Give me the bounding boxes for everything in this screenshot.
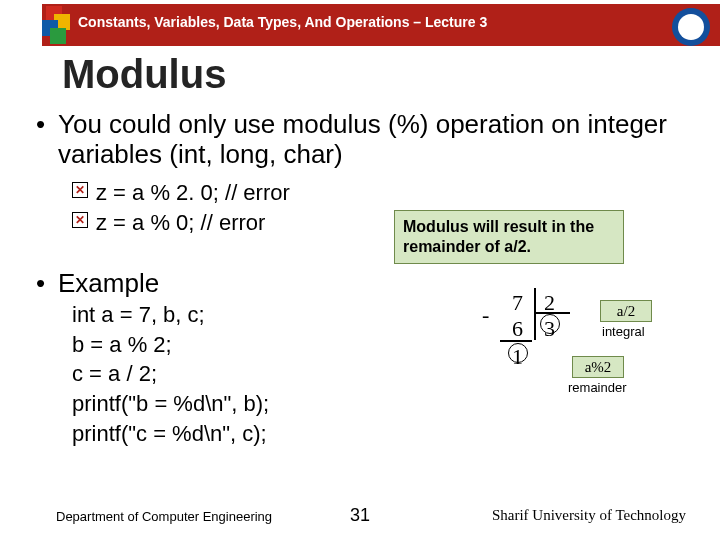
code-line: c = a / 2;	[72, 359, 269, 389]
x-mark-icon: ✕	[72, 212, 88, 228]
bullet-1-text: You could only use modulus (%) operation…	[40, 110, 700, 170]
code-line: b = a % 2;	[72, 330, 269, 360]
callout-box: Modulus will result in the remainder of …	[394, 210, 624, 264]
example-code: int a = 7, b, c; b = a % 2; c = a / 2; p…	[72, 300, 269, 448]
subtraction-value: 6	[512, 316, 523, 342]
remainder-expr-box: a%2	[572, 356, 624, 378]
svg-marker-3	[50, 28, 66, 44]
circle-remainder-icon	[508, 343, 528, 363]
dividend: 7	[512, 290, 523, 316]
remainder-label: remainder	[568, 380, 627, 395]
circle-quotient-icon	[540, 314, 560, 334]
code-line: printf("b = %d\n", b);	[72, 389, 269, 419]
puzzle-logo-icon	[36, 2, 82, 46]
bullet-icon: •	[36, 110, 45, 140]
code-line: int a = 7, b, c;	[72, 300, 269, 330]
page-number: 31	[350, 505, 370, 526]
breadcrumb: Constants, Variables, Data Types, And Op…	[78, 14, 487, 30]
slide: Constants, Variables, Data Types, And Op…	[0, 0, 720, 540]
footer-left: Department of Computer Engineering	[56, 509, 272, 524]
quotient-label: integral	[602, 324, 645, 339]
header-underline	[42, 44, 720, 46]
bullet-icon: •	[36, 268, 45, 299]
bullet-point-1: • You could only use modulus (%) operati…	[40, 110, 700, 170]
error-2-text: z = a % 0; // error	[96, 208, 265, 238]
error-line-2: ✕ z = a % 0; // error	[72, 208, 290, 238]
code-line: printf("c = %d\n", c);	[72, 419, 269, 449]
example-heading: • Example	[40, 268, 159, 299]
division-vertical-bar	[534, 288, 536, 340]
error-line-1: ✕ z = a % 2. 0; // error	[72, 178, 290, 208]
error-1-text: z = a % 2. 0; // error	[96, 178, 290, 208]
minus-sign: -	[482, 302, 489, 328]
x-mark-icon: ✕	[72, 182, 88, 198]
subtraction-bar	[500, 340, 532, 342]
slide-title: Modulus	[62, 52, 226, 97]
example-heading-text: Example	[40, 268, 159, 298]
error-list: ✕ z = a % 2. 0; // error ✕ z = a % 0; //…	[72, 178, 290, 237]
quotient-expr-box: a/2	[600, 300, 652, 322]
footer-right: Sharif University of Technology	[492, 507, 686, 524]
university-seal-icon	[672, 8, 710, 46]
